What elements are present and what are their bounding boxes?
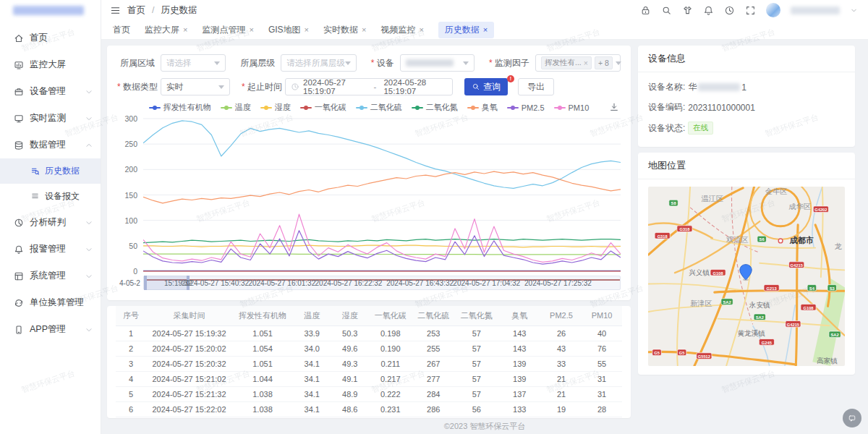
x-axis-tick: 2024-05-27 17:25:32 <box>524 276 592 291</box>
theme-icon[interactable] <box>682 5 693 16</box>
factor-tag[interactable]: 挥发性有...× <box>541 56 592 69</box>
sidebar-item-监控大屏[interactable]: 监控大屏 <box>0 51 101 78</box>
road-badge-label: S4 <box>809 286 815 291</box>
tab-视频监控[interactable]: 视频监控× <box>380 24 423 36</box>
map-label-金牛区: 金牛区 <box>765 187 787 195</box>
road-badge-label: G245 <box>762 341 773 345</box>
map-label-双流区: 双流区 <box>726 236 748 244</box>
fullscreen-icon[interactable] <box>745 5 756 16</box>
tag-close-icon[interactable]: × <box>584 59 588 67</box>
sidebar-item-数据管理[interactable]: 数据管理 <box>0 132 101 158</box>
legend-item-二氧化硫[interactable]: 二氧化硫 <box>356 102 402 113</box>
tab-监控大屏[interactable]: 监控大屏× <box>145 24 187 36</box>
series-臭氧 <box>143 171 621 203</box>
table-row[interactable]: 52024-05-27 15:21:321.03834.148.90.22228… <box>116 386 622 401</box>
time-range-picker[interactable]: 2024-05-27 15:19:07 - 2024-05-28 15:19:0… <box>285 78 453 95</box>
map-label-龙: 龙 <box>835 242 842 250</box>
sidebar-item-系统管理[interactable]: 系统管理 <box>0 263 101 289</box>
sidebar-item-APP管理[interactable]: APP管理 <box>0 316 101 343</box>
legend-item-湿度[interactable]: 湿度 <box>260 102 291 113</box>
sidebar-item-实时监测[interactable]: 实时监测 <box>0 105 101 132</box>
table-row[interactable]: 62024-05-27 15:22:021.03834.148.60.23128… <box>116 401 622 417</box>
close-icon[interactable]: × <box>483 25 488 34</box>
tab-首页[interactable]: 首页 <box>113 24 130 36</box>
hamburger-icon[interactable] <box>110 5 121 16</box>
username-redacted <box>791 7 840 14</box>
screen-icon <box>14 60 24 70</box>
time-range-label: 起止时间 <box>242 81 285 93</box>
query-button[interactable]: 查询 <box>464 78 508 95</box>
export-button[interactable]: 导出 <box>518 78 554 95</box>
device-code-row: 设备编码: 20231101000001 <box>648 101 845 114</box>
legend-item-PM2.5[interactable]: PM2.5 <box>507 103 545 112</box>
table-row[interactable]: 12024-05-27 15:19:321.05133.950.30.19825… <box>116 326 622 341</box>
app-icon <box>14 325 24 335</box>
factor-more-tag[interactable]: + 8 <box>595 56 613 69</box>
chevron-down-icon[interactable] <box>850 7 858 14</box>
app-logo-redacted <box>13 6 84 15</box>
sidebar: 首页监控大屏设备管理实时监测数据管理历史数据设备报文分析研判报警管理系统管理单位… <box>0 0 101 434</box>
tab-历史数据[interactable]: 历史数据× <box>438 22 494 38</box>
close-icon[interactable]: × <box>183 25 187 34</box>
bell-icon[interactable] <box>703 5 714 16</box>
legend-item-PM10[interactable]: PM10 <box>554 103 590 112</box>
chevron-down-icon <box>214 61 220 65</box>
close-icon[interactable]: × <box>362 25 366 34</box>
legend-item-温度[interactable]: 温度 <box>221 102 251 113</box>
download-icon[interactable] <box>609 102 619 112</box>
legend-item-挥发性有机物[interactable]: 挥发性有机物 <box>149 102 211 113</box>
close-icon[interactable]: × <box>249 25 253 34</box>
avatar[interactable] <box>766 3 780 17</box>
level-label: 所属层级 <box>237 57 281 69</box>
breadcrumb-home[interactable]: 首页 <box>127 4 145 17</box>
road <box>648 352 796 365</box>
region-select[interactable]: 请选择 <box>161 54 226 72</box>
sidebar-subitem-设备报文[interactable]: 设备报文 <box>0 184 101 209</box>
sidebar-item-分析研判[interactable]: 分析研判 <box>0 209 101 236</box>
breadcrumb-current: 历史数据 <box>161 4 197 17</box>
legend-item-一氧化碳[interactable]: 一氧化碳 <box>300 102 346 113</box>
y-axis-tick: 150 <box>117 191 137 200</box>
x-axis-tick: 2024-05-27 16:22:32 <box>315 276 383 291</box>
close-icon[interactable]: × <box>305 25 309 34</box>
legend-item-二氧化氮[interactable]: 二氧化氮 <box>412 102 458 113</box>
navbar-icon-group <box>640 5 756 16</box>
chevron-up-icon <box>85 141 93 150</box>
road-badge-label: G108 <box>713 271 724 276</box>
tab-监测点管理[interactable]: 监测点管理× <box>202 24 253 36</box>
level-select[interactable]: 请选择所属层级 <box>281 54 357 72</box>
sidebar-item-报警管理[interactable]: 报警管理 <box>0 236 101 263</box>
device-select[interactable] <box>400 54 475 72</box>
sidebar-subitem-历史数据[interactable]: 历史数据 <box>0 158 101 184</box>
table-row[interactable]: 22024-05-27 15:20:021.05434.049.60.19025… <box>116 341 622 356</box>
factor-multiselect[interactable]: 挥发性有...× + 8 <box>535 54 621 72</box>
sidebar-item-首页[interactable]: 首页 <box>0 25 101 51</box>
tab-实时数据[interactable]: 实时数据× <box>323 24 366 36</box>
sidebar-item-设备管理[interactable]: 设备管理 <box>0 78 101 105</box>
sidebar-item-单位换算管理[interactable]: 单位换算管理 <box>0 289 101 316</box>
left-column: 所属区域 请选择 所属层级 请选择所属层级 设备 监测因子 挥发性有...× <box>107 46 631 418</box>
legend-marker <box>260 107 272 109</box>
y-axis-tick: 100 <box>117 216 137 225</box>
table-row[interactable]: 42024-05-27 15:21:021.04434.149.10.21727… <box>116 371 622 386</box>
close-icon[interactable]: × <box>419 25 423 34</box>
map[interactable]: S8G318G318G4202S6G4215G108G213S4S3SA2G10… <box>648 187 845 366</box>
legend-marker <box>412 107 423 109</box>
road-badge-label: G4215 <box>787 323 800 327</box>
device-info-title: 设备信息 <box>638 46 855 72</box>
datazoom-slider[interactable]: 4-05-215:19:322024-05-27 15:40:322024-05… <box>143 276 621 290</box>
data-type-select[interactable]: 实时 <box>161 78 230 95</box>
column-header-PM10: PM10 <box>582 306 622 326</box>
column-header-二氧化氮: 二氧化氮 <box>455 306 498 326</box>
clock-icon[interactable] <box>724 5 735 16</box>
x-axis-tick: 4-05-2 <box>119 276 140 291</box>
legend-item-臭氧[interactable]: 臭氧 <box>467 102 498 113</box>
search-icon[interactable] <box>661 5 672 16</box>
map-body: S8G318G318G4202S6G4215G108G213S4S3SA2G10… <box>638 179 855 375</box>
map-label-温江区: 温江区 <box>702 195 723 203</box>
table-row[interactable]: 32024-05-27 15:20:321.05134.149.30.21126… <box>116 356 622 371</box>
chat-button[interactable] <box>843 409 861 427</box>
tab-GIS地图[interactable]: GIS地图× <box>268 24 309 36</box>
chart-plot[interactable] <box>143 116 621 273</box>
lock-icon[interactable] <box>640 5 651 16</box>
